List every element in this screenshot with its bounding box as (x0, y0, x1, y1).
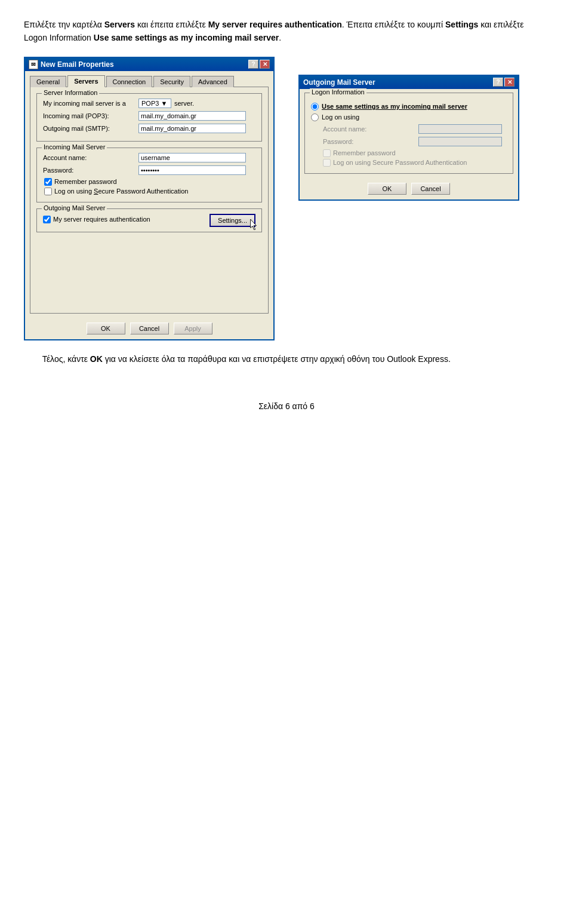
same-settings-label: Use same settings as my incoming mail se… (322, 103, 467, 110)
incoming-server-group: Incoming Mail Server Account name: Passw… (36, 148, 262, 202)
incoming-mail-label: Incoming mail (POP3): (43, 112, 138, 119)
tab-connection[interactable]: Connection (106, 76, 153, 87)
tab-general[interactable]: General (30, 76, 66, 87)
incoming-server-label: Incoming Mail Server (42, 143, 107, 151)
same-settings-radio-row: Use same settings as my incoming mail se… (311, 103, 507, 110)
outgoing-server-group: Outgoing Mail Server My server requires … (36, 208, 262, 232)
outgoing-mail-label: Outgoing mail (SMTP): (43, 125, 138, 132)
outgoing-dialog-buttons: OK Cancel (304, 180, 513, 195)
outgoing-cancel-button[interactable]: Cancel (411, 183, 450, 195)
dialog-content: General Servers Connection Security Adva… (25, 71, 273, 339)
log-on-using-radio[interactable] (311, 113, 319, 121)
password-label: Password: (43, 167, 138, 174)
server-type-row: My incoming mail server is a POP3 ▼ serv… (43, 99, 255, 108)
auth-label: My server requires authentication (53, 216, 150, 223)
help-button[interactable]: ? (248, 60, 258, 69)
page-number: Σελίδα 6 από 6 (258, 401, 315, 411)
intro-paragraph: Επιλέξτε την καρτέλα Servers και έπειτα … (24, 18, 549, 45)
settings-btn-wrapper: Settings... (210, 214, 255, 227)
dialogs-area: ✉ New Email Properties ? ✕ General Serve… (24, 57, 549, 340)
cancel-button[interactable]: Cancel (130, 323, 169, 334)
outgoing-dialog-content: Logon Information Use same settings as m… (300, 89, 518, 199)
outgoing-password-label: Password: (323, 138, 418, 145)
apply-button[interactable]: Apply (174, 323, 212, 334)
dialog-icon: ✉ (29, 60, 38, 69)
outgoing-dialog-titlebar: Outgoing Mail Server ? ✕ (300, 76, 518, 89)
outgoing-password-row: Password: (323, 137, 507, 146)
settings-button[interactable]: Settings... (210, 214, 255, 227)
outgoing-spa-checkbox[interactable] (323, 159, 331, 167)
outgoing-account-label: Account name: (323, 125, 418, 133)
outgoing-account-row: Account name: (323, 124, 507, 134)
outgoing-dialog-title: Outgoing Mail Server (303, 78, 375, 87)
logon-info-label: Logon Information (310, 88, 366, 96)
outgoing-remember-label: Remember password (333, 149, 396, 156)
log-on-using-label: Log on using (322, 113, 359, 121)
ok-button[interactable]: OK (87, 323, 125, 334)
outgoing-help-button[interactable]: ? (493, 78, 503, 87)
log-on-using-radio-row: Log on using (311, 113, 507, 121)
svg-marker-0 (251, 219, 257, 230)
outgoing-server-label: Outgoing Mail Server (42, 204, 107, 211)
incoming-mail-row: Incoming mail (POP3): (43, 111, 255, 121)
remember-password-checkbox[interactable] (44, 178, 52, 186)
outgoing-ok-button[interactable]: OK (368, 183, 406, 195)
dialog-title: New Email Properties (41, 60, 114, 69)
spa-label: Log on using Secure Password Authenticat… (54, 188, 188, 195)
remember-password-row: Remember password (44, 178, 255, 186)
titlebar-buttons: ? ✕ (248, 60, 270, 69)
account-name-row: Account name: (43, 153, 255, 162)
server-info-label: Server Information (42, 89, 99, 96)
outgoing-account-input[interactable] (418, 124, 502, 134)
page-footer: Σελίδα 6 από 6 (24, 401, 549, 411)
same-settings-radio[interactable] (311, 103, 319, 110)
logon-info-group: Logon Information Use same settings as m… (304, 93, 513, 174)
tab-security[interactable]: Security (153, 76, 190, 87)
outgoing-mail-input[interactable] (138, 124, 246, 133)
server-type-label: My incoming mail server is a (43, 100, 138, 107)
server-info-group: Server Information My incoming mail serv… (36, 93, 262, 142)
servers-tab-panel: Server Information My incoming mail serv… (30, 87, 269, 314)
spa-checkbox[interactable] (44, 188, 52, 195)
outgoing-mail-server-dialog: Outgoing Mail Server ? ✕ Logon Informati… (298, 75, 519, 201)
auth-checkbox[interactable] (43, 216, 51, 223)
outgoing-mail-row: Outgoing mail (SMTP): (43, 124, 255, 133)
outgoing-titlebar-buttons: ? ✕ (493, 78, 515, 87)
main-dialog-buttons: OK Cancel Apply (30, 320, 269, 334)
incoming-mail-input[interactable] (138, 111, 246, 121)
auth-row: My server requires authentication (43, 216, 150, 223)
password-input[interactable] (138, 165, 246, 175)
outgoing-remember-checkbox[interactable] (323, 149, 331, 157)
outgoing-spa-label: Log on using Secure Password Authenticat… (333, 159, 467, 166)
account-name-input[interactable] (138, 153, 246, 162)
outgoing-remember-row: Remember password (323, 149, 507, 157)
dialog-titlebar: ✉ New Email Properties ? ✕ (25, 58, 273, 71)
server-suffix: server. (174, 100, 194, 107)
tab-servers[interactable]: Servers (67, 75, 104, 87)
cursor-icon (250, 219, 257, 230)
close-button[interactable]: ✕ (260, 60, 270, 69)
remember-password-label: Remember password (54, 178, 117, 185)
tab-advanced[interactable]: Advanced (192, 76, 234, 87)
server-type-select[interactable]: POP3 ▼ (138, 99, 171, 108)
password-row: Password: (43, 165, 255, 175)
outgoing-password-input[interactable] (418, 137, 502, 146)
new-email-properties-dialog: ✉ New Email Properties ? ✕ General Serve… (24, 57, 275, 340)
account-name-label: Account name: (43, 154, 138, 161)
outgoing-close-button[interactable]: ✕ (504, 78, 515, 87)
outro-paragraph: Τέλος, κάντε ΟΚ για να κλείσετε όλα τα π… (24, 352, 549, 366)
tabs-row: General Servers Connection Security Adva… (30, 75, 269, 87)
spa-row: Log on using Secure Password Authenticat… (44, 188, 255, 195)
outgoing-spa-row: Log on using Secure Password Authenticat… (323, 159, 507, 167)
